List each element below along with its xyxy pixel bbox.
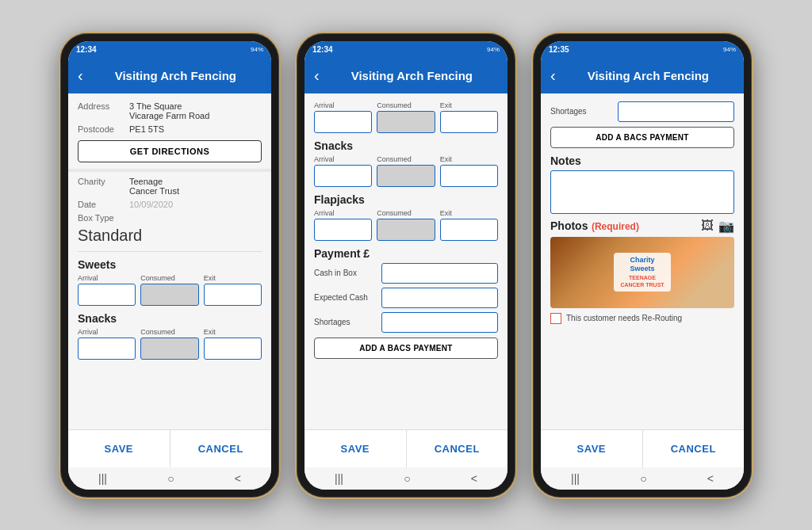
top-arrival-input[interactable] — [314, 111, 372, 133]
consumed-col: Consumed — [140, 274, 198, 306]
snacks2-exit-lbl: Exit — [440, 155, 498, 163]
flap-exit-col: Exit — [440, 209, 498, 241]
flapjacks-fields: Arrival Consumed Exit — [314, 209, 498, 241]
box-type-value: Standard — [78, 227, 262, 245]
get-directions-button[interactable]: GET DIRECTIONS — [78, 140, 262, 162]
brand-line1: Charity — [620, 256, 664, 265]
snacks2-consumed-col: Consumed — [377, 155, 435, 187]
cancel-button-1[interactable]: CANCEL — [170, 430, 272, 467]
save-button-2[interactable]: SAVE — [304, 430, 407, 467]
flap-exit-lbl: Exit — [440, 209, 498, 217]
phone-3: 12:35 94% ‹ Visiting Arch Fencing Shorta… — [531, 32, 753, 499]
address-row: Address 3 The Square Vicarage Farm Road — [78, 101, 262, 120]
top-exit-input[interactable] — [440, 111, 498, 133]
cancel-button-3[interactable]: CANCEL — [643, 430, 745, 467]
add-bacs-button-3[interactable]: ADD A BACS PAYMENT — [550, 127, 734, 148]
nav-back-3[interactable]: < — [707, 472, 714, 485]
address-label: Address — [78, 101, 129, 120]
date-value: 10/09/2020 — [129, 200, 173, 209]
nav-back-2[interactable]: < — [471, 472, 477, 485]
nav-menu-1[interactable]: ||| — [98, 472, 107, 485]
snacks2-arrival-input[interactable] — [314, 165, 372, 187]
status-time-2: 12:34 — [312, 45, 333, 54]
app-header-1: ‹ Visiting Arch Fencing — [68, 59, 271, 93]
snacks2-consumed-lbl: Consumed — [377, 155, 435, 163]
cancel-button-2[interactable]: CANCEL — [407, 430, 508, 467]
sweets-arrival-input[interactable] — [78, 284, 136, 306]
flapjacks-title: Flapjacks — [314, 193, 498, 206]
shortages-input-3[interactable] — [618, 101, 734, 122]
brand-line2: Sweets — [620, 265, 664, 274]
expected-cash-input[interactable] — [381, 288, 498, 308]
snacks-arrival-col: Arrival — [78, 328, 136, 360]
notes-input[interactable] — [550, 170, 734, 214]
snacks-exit-col: Exit — [204, 328, 262, 360]
snacks-title-1: Snacks — [78, 312, 262, 325]
status-icons-2: 94% — [487, 46, 500, 53]
charity-label: Charity — [78, 177, 129, 196]
save-button-1[interactable]: SAVE — [68, 430, 170, 467]
snacks2-exit-input[interactable] — [440, 165, 498, 187]
shortages-row-3: Shortages — [550, 101, 734, 122]
box-type-label: Box Type — [78, 213, 129, 223]
rerouting-checkbox[interactable] — [550, 313, 561, 324]
nav-home-1[interactable]: ○ — [167, 472, 174, 485]
cash-in-box-label: Cash in Box — [314, 269, 381, 277]
flap-arrival-input[interactable] — [314, 219, 372, 241]
nav-home-3[interactable]: ○ — [640, 472, 646, 485]
flap-arrival-col: Arrival — [314, 209, 372, 241]
bottom-buttons-3: SAVE CANCEL — [541, 429, 744, 467]
content-3: Shortages ADD A BACS PAYMENT Notes Photo… — [541, 93, 744, 429]
snacks-consumed-input-1[interactable] — [140, 337, 198, 360]
postcode-label: Postcode — [78, 124, 129, 134]
snacks-consumed-lbl: Consumed — [140, 328, 198, 336]
arrival-lbl: Arrival — [78, 274, 136, 282]
nav-home-2[interactable]: ○ — [404, 472, 410, 485]
save-button-3[interactable]: SAVE — [541, 430, 643, 467]
snacks-fields-2: Arrival Consumed Exit — [314, 155, 498, 187]
flap-consumed-input[interactable] — [377, 219, 435, 241]
camera-icon[interactable]: 📷 — [718, 219, 734, 234]
battery-3: 94% — [723, 46, 736, 53]
shortages-label-3: Shortages — [550, 107, 618, 116]
shortages-row-2: Shortages — [314, 312, 498, 333]
flap-exit-input[interactable] — [440, 219, 498, 241]
snacks2-exit-col: Exit — [440, 155, 498, 187]
snacks-fields-1: Arrival Consumed Exit — [78, 328, 262, 360]
box-type-row: Box Type — [78, 213, 262, 223]
photos-title: Photos — [550, 219, 588, 232]
status-icons-3: 94% — [723, 46, 736, 53]
status-bar-3: 12:35 94% — [541, 41, 744, 59]
charity-value2: Cancer Trust — [129, 186, 179, 196]
snacks2-consumed-input[interactable] — [377, 165, 435, 187]
charity-value1: Teenage — [129, 177, 179, 186]
sweets-exit-input[interactable] — [204, 284, 262, 306]
shortages-input-2[interactable] — [381, 312, 498, 333]
back-button-2[interactable]: ‹ — [314, 67, 320, 85]
snacks-arrival-input-1[interactable] — [78, 337, 136, 360]
nav-bar-3: ||| ○ < — [541, 467, 744, 490]
back-button-3[interactable]: ‹ — [550, 67, 556, 85]
snacks-exit-input-1[interactable] — [204, 337, 262, 360]
status-time-3: 12:35 — [549, 45, 569, 54]
top-consumed-input[interactable] — [377, 111, 435, 133]
back-button-1[interactable]: ‹ — [78, 67, 83, 85]
status-bar-2: 12:34 94% — [304, 41, 508, 59]
bottom-buttons-2: SAVE CANCEL — [304, 429, 508, 467]
cash-in-box-input[interactable] — [381, 263, 498, 284]
phone-2: 12:34 94% ‹ Visiting Arch Fencing Arriva… — [295, 32, 517, 499]
nav-menu-3[interactable]: ||| — [571, 472, 580, 485]
expected-cash-label: Expected Cash — [314, 293, 381, 302]
photos-required: (Required) — [592, 221, 639, 232]
nav-menu-2[interactable]: ||| — [335, 472, 343, 485]
add-bacs-button-2[interactable]: ADD A BACS PAYMENT — [314, 337, 498, 359]
top-consumed-col: Consumed — [377, 101, 435, 133]
divider-1 — [68, 169, 271, 172]
nav-bar-1: ||| ○ < — [68, 467, 271, 490]
nav-back-1[interactable]: < — [235, 472, 241, 485]
sweets-fields: Arrival Consumed Exit — [78, 274, 262, 306]
gallery-icon[interactable]: 🖼 — [701, 219, 714, 234]
divider-2 — [78, 251, 262, 252]
sweets-consumed-input[interactable] — [140, 284, 198, 306]
snacks-exit-lbl: Exit — [204, 328, 262, 336]
